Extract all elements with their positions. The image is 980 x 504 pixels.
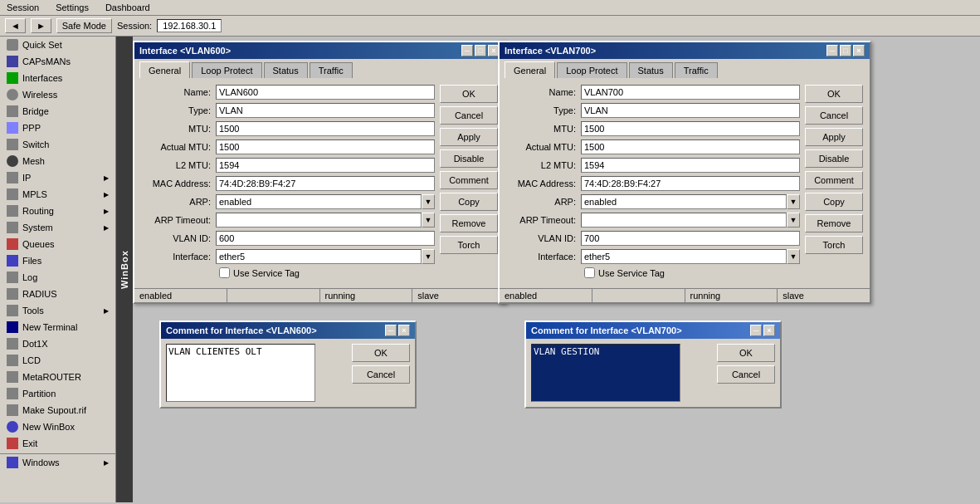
sidebar-item-files[interactable]: Files <box>0 252 115 269</box>
vlan700-tab-traffic[interactable]: Traffic <box>675 62 718 78</box>
vlan600-interface-dropdown[interactable]: ▼ <box>422 249 435 264</box>
sidebar-item-bridge[interactable]: Bridge <box>0 103 115 120</box>
sidebar-item-mpls[interactable]: MPLS ▶ <box>0 186 115 203</box>
vlan700-service-tag-checkbox[interactable] <box>584 267 595 278</box>
vlan600-arp-timeout-input[interactable] <box>216 213 422 228</box>
vlan700-torch-btn[interactable]: Torch <box>805 236 863 254</box>
vlan600-apply-btn[interactable]: Apply <box>440 128 498 146</box>
vlan600-vlan-id-input[interactable] <box>216 231 435 246</box>
vlan600-titlebar[interactable]: Interface <VLAN600> ─ □ × <box>134 42 505 59</box>
vlan600-minimize-btn[interactable]: ─ <box>461 45 473 56</box>
vlan600-maximize-btn[interactable]: □ <box>475 45 486 56</box>
vlan700-maximize-btn[interactable]: □ <box>840 45 851 56</box>
sidebar-item-partition[interactable]: Partition <box>0 385 115 402</box>
sidebar-item-windows[interactable]: Windows ▶ <box>0 454 115 471</box>
sidebar-item-radius[interactable]: RADIUS <box>0 286 115 302</box>
sidebar-item-quick-set[interactable]: Quick Set <box>0 37 115 53</box>
sidebar-item-new-winbox[interactable]: New WinBox <box>0 418 115 435</box>
comment-vlan600-close-btn[interactable]: × <box>398 325 410 336</box>
forward-button[interactable]: ► <box>31 18 51 33</box>
sidebar-item-lcd[interactable]: LCD <box>0 352 115 369</box>
vlan600-cancel-btn[interactable]: Cancel <box>440 106 498 125</box>
vlan700-tab-status[interactable]: Status <box>629 62 673 78</box>
sidebar-item-system[interactable]: System ▶ <box>0 219 115 236</box>
sidebar-item-capsman[interactable]: CAPsMANs <box>0 53 115 70</box>
vlan700-actual-mtu-input[interactable] <box>581 139 800 154</box>
vlan700-type-input[interactable] <box>581 103 800 118</box>
vlan600-actual-mtu-input[interactable] <box>216 139 435 154</box>
sidebar-item-mesh[interactable]: Mesh <box>0 153 115 169</box>
comment-vlan600-titlebar[interactable]: Comment for Interface <VLAN600> ─ × <box>161 322 415 339</box>
vlan700-ok-btn[interactable]: OK <box>805 85 863 103</box>
sidebar-item-tools[interactable]: Tools ▶ <box>0 302 115 319</box>
comment-vlan600-ok-btn[interactable]: OK <box>352 344 410 362</box>
vlan700-interface-input[interactable] <box>581 249 787 264</box>
vlan700-tab-general[interactable]: General <box>505 61 555 78</box>
vlan600-tab-traffic[interactable]: Traffic <box>310 62 353 78</box>
sidebar-item-ppp[interactable]: PPP <box>0 120 115 136</box>
sidebar-item-exit[interactable]: Exit <box>0 435 115 452</box>
sidebar-item-interfaces[interactable]: Interfaces <box>0 70 115 86</box>
vlan600-mtu-input[interactable] <box>216 121 435 136</box>
comment-vlan600-minimize-btn[interactable]: ─ <box>385 325 397 336</box>
sidebar-item-make-supout[interactable]: Make Supout.rif <box>0 402 115 418</box>
vlan700-titlebar[interactable]: Interface <VLAN700> ─ □ × <box>500 42 870 59</box>
sidebar-item-queues[interactable]: Queues <box>0 236 115 252</box>
vlan600-torch-btn[interactable]: Torch <box>440 236 498 254</box>
vlan700-copy-btn[interactable]: Copy <box>805 193 863 211</box>
vlan600-comment-btn[interactable]: Comment <box>440 171 498 189</box>
vlan700-comment-btn[interactable]: Comment <box>805 171 863 189</box>
vlan700-tab-loop-protect[interactable]: Loop Protect <box>557 62 627 78</box>
menu-dashboard[interactable]: Dashboard <box>102 2 154 13</box>
back-button[interactable]: ◄ <box>5 18 26 33</box>
vlan600-interface-input[interactable] <box>216 249 422 264</box>
sidebar-item-routing[interactable]: Routing ▶ <box>0 203 115 219</box>
vlan700-arp-timeout-input[interactable] <box>581 213 787 228</box>
vlan700-l2-mtu-input[interactable] <box>581 158 800 173</box>
comment-vlan700-textarea[interactable]: VLAN GESTION <box>531 344 680 402</box>
menu-settings[interactable]: Settings <box>52 2 92 13</box>
vlan700-vlan-id-input[interactable] <box>581 231 800 246</box>
comment-vlan700-cancel-btn[interactable]: Cancel <box>717 365 775 384</box>
vlan700-remove-btn[interactable]: Remove <box>805 214 863 232</box>
vlan600-arp-input[interactable] <box>216 194 422 209</box>
sidebar-item-switch[interactable]: Switch <box>0 136 115 153</box>
vlan600-name-input[interactable] <box>216 85 435 100</box>
vlan600-type-input[interactable] <box>216 103 435 118</box>
sidebar-item-metarouter[interactable]: MetaROUTER <box>0 369 115 385</box>
vlan600-mac-input[interactable] <box>216 176 435 191</box>
vlan700-name-input[interactable] <box>581 85 800 100</box>
comment-vlan600-cancel-btn[interactable]: Cancel <box>352 365 410 384</box>
sidebar-item-wireless[interactable]: Wireless <box>0 86 115 103</box>
vlan700-arp-input[interactable] <box>581 194 787 209</box>
sidebar-item-dot1x[interactable]: Dot1X <box>0 335 115 352</box>
vlan600-arp-timeout-dropdown[interactable]: ▼ <box>422 213 435 228</box>
vlan600-tab-status[interactable]: Status <box>264 62 308 78</box>
vlan700-close-btn[interactable]: × <box>853 45 865 56</box>
vlan600-tab-general[interactable]: General <box>139 61 190 78</box>
menu-session[interactable]: Session <box>3 2 42 13</box>
comment-vlan700-minimize-btn[interactable]: ─ <box>750 325 762 336</box>
sidebar-item-ip[interactable]: IP ▶ <box>0 169 115 186</box>
vlan600-disable-btn[interactable]: Disable <box>440 149 498 168</box>
vlan600-l2-mtu-input[interactable] <box>216 158 435 173</box>
vlan600-arp-dropdown[interactable]: ▼ <box>422 194 435 209</box>
vlan700-cancel-btn[interactable]: Cancel <box>805 106 863 125</box>
vlan600-copy-btn[interactable]: Copy <box>440 193 498 211</box>
sidebar-item-log[interactable]: Log <box>0 269 115 286</box>
vlan600-service-tag-checkbox[interactable] <box>219 267 230 278</box>
vlan700-apply-btn[interactable]: Apply <box>805 128 863 146</box>
comment-vlan600-textarea[interactable]: VLAN CLIENTES OLT <box>166 344 315 402</box>
vlan600-ok-btn[interactable]: OK <box>440 85 498 103</box>
vlan700-arp-dropdown[interactable]: ▼ <box>787 194 800 209</box>
comment-vlan700-ok-btn[interactable]: OK <box>717 344 775 362</box>
vlan700-mac-input[interactable] <box>581 176 800 191</box>
vlan600-remove-btn[interactable]: Remove <box>440 214 498 232</box>
vlan700-arp-timeout-dropdown[interactable]: ▼ <box>787 213 800 228</box>
comment-vlan700-close-btn[interactable]: × <box>763 325 775 336</box>
vlan700-disable-btn[interactable]: Disable <box>805 149 863 168</box>
safe-mode-button[interactable]: Safe Mode <box>56 18 112 33</box>
vlan600-tab-loop-protect[interactable]: Loop Protect <box>192 62 261 78</box>
sidebar-item-new-terminal[interactable]: New Terminal <box>0 319 115 335</box>
vlan700-minimize-btn[interactable]: ─ <box>826 45 838 56</box>
